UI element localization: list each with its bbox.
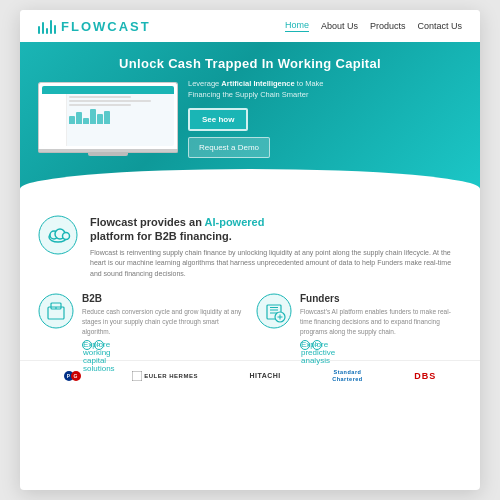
screen-line-2 — [69, 100, 151, 102]
screen-chart — [69, 109, 172, 124]
laptop-mockup — [38, 82, 178, 156]
two-col-features: B2B Reduce cash conversion cycle and gro… — [38, 293, 462, 350]
screen-sidebar — [42, 94, 67, 146]
see-how-button[interactable]: See how — [188, 108, 248, 131]
svg-point-5 — [39, 294, 73, 328]
chart-bar-5 — [97, 114, 103, 124]
standard-text: StandardChartered — [332, 369, 362, 382]
hitachi-text: HITACHI — [249, 372, 280, 379]
logo-hitachi: HITACHI — [249, 372, 280, 379]
funders-text: Funders Flowcast's AI platform enables f… — [300, 293, 462, 350]
funders-description: Flowcast's AI platform enables funders t… — [300, 307, 462, 336]
svg-point-4 — [63, 233, 70, 240]
screen-content — [69, 96, 172, 124]
chart-bar-1 — [69, 116, 75, 124]
screen-line-3 — [69, 104, 131, 106]
nav-contact[interactable]: Contact Us — [417, 21, 462, 31]
page-wrapper: FLOWCAST Home About Us Products Contact … — [20, 10, 480, 490]
hero-buttons: See how Request a Demo — [188, 108, 462, 158]
logo-standard: StandardChartered — [332, 369, 362, 382]
b2b-icon — [38, 293, 74, 329]
feature-b2b: B2B Reduce cash conversion cycle and gro… — [38, 293, 244, 350]
logo-dbs: DBS — [414, 371, 436, 381]
pg-circles: P G — [64, 371, 81, 381]
laptop-stand — [88, 153, 128, 156]
b2b-link-text: Explore working capital solutions — [82, 340, 92, 350]
nav-home[interactable]: Home — [285, 20, 309, 32]
hero-wave — [20, 169, 480, 197]
screen-inner — [42, 86, 174, 146]
logo-icon — [38, 18, 56, 34]
bar4 — [50, 20, 52, 34]
funders-link-text: Explore predictive analysis — [300, 340, 310, 350]
hero-subtitle: Leverage Artificial Intelligence to Make… — [188, 79, 462, 100]
bar5 — [54, 25, 56, 34]
nav-about[interactable]: About Us — [321, 21, 358, 31]
ai-heading: Flowcast provides an AI-poweredplatform … — [90, 215, 462, 244]
chart-bar-3 — [83, 118, 89, 124]
hero-section: Unlock Cash Trapped In Working Capital — [20, 42, 480, 197]
hero-right: Leverage Artificial Intelligence to Make… — [188, 77, 462, 158]
nav: Home About Us Products Contact Us — [285, 20, 462, 32]
nav-products[interactable]: Products — [370, 21, 406, 31]
screen-line-1 — [69, 96, 131, 98]
svg-rect-17 — [132, 371, 142, 381]
bar3 — [46, 28, 48, 34]
logo: FLOWCAST — [38, 18, 151, 34]
euler-icon — [132, 371, 142, 381]
pg-g: G — [71, 371, 81, 381]
euler-text: EULER HERMES — [144, 373, 198, 379]
ai-text: Flowcast provides an AI-poweredplatform … — [90, 215, 462, 279]
dbs-text: DBS — [414, 371, 436, 381]
logo-pg: P G — [64, 371, 81, 381]
features-section: Flowcast provides an AI-poweredplatform … — [20, 197, 480, 360]
cloud-icon — [38, 215, 78, 255]
funders-icon — [256, 293, 292, 329]
hero-title: Unlock Cash Trapped In Working Capital — [38, 56, 462, 71]
request-demo-button[interactable]: Request a Demo — [188, 137, 270, 158]
b2b-title: B2B — [82, 293, 244, 304]
funders-link[interactable]: Explore predictive analysis › — [300, 340, 462, 350]
chart-bar-2 — [76, 112, 82, 124]
svg-point-9 — [257, 294, 291, 328]
ai-description: Flowcast is reinventing supply chain fin… — [90, 248, 462, 280]
chart-bar-6 — [104, 111, 110, 124]
logo-euler: EULER HERMES — [132, 371, 198, 381]
screen-topbar — [42, 86, 174, 94]
b2b-text: B2B Reduce cash conversion cycle and gro… — [82, 293, 244, 350]
bar1 — [38, 26, 40, 34]
b2b-description: Reduce cash conversion cycle and grow li… — [82, 307, 244, 336]
hero-content: Leverage Artificial Intelligence to Make… — [38, 77, 462, 158]
funders-title: Funders — [300, 293, 462, 304]
laptop-screen — [38, 82, 178, 149]
ai-section: Flowcast provides an AI-poweredplatform … — [38, 215, 462, 279]
chart-bar-4 — [90, 109, 96, 124]
feature-funders: Funders Flowcast's AI platform enables f… — [256, 293, 462, 350]
b2b-link[interactable]: Explore working capital solutions › — [82, 340, 244, 350]
logo-text: FLOWCAST — [61, 19, 151, 34]
header: FLOWCAST Home About Us Products Contact … — [20, 10, 480, 42]
bar2 — [42, 22, 44, 34]
